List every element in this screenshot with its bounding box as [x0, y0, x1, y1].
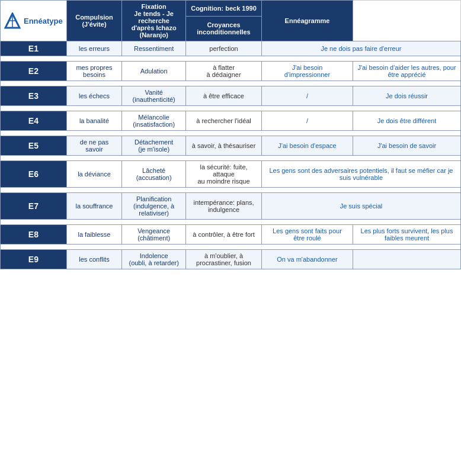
fixation-cell: Adulation [122, 62, 186, 81]
recherche-cell: à rechercher l'idéal [186, 111, 262, 131]
row-label: E6 [1, 161, 67, 188]
separator-row [1, 81, 461, 86]
table-row: E4la banalitéMélancolie(insatisfaction)à… [1, 111, 461, 131]
cognition-cell: / [261, 111, 353, 131]
compulsion-cell: les erreurs [66, 41, 121, 56]
logo-icon [4, 12, 21, 29]
fixation-cell: Détachement(je m'isole) [122, 136, 186, 156]
enneagramme-cell: J'ai besoin d'aider les autres, pour êtr… [353, 62, 461, 81]
table-row: E3les échecsVanité(inauthenticité)à être… [1, 86, 461, 106]
fixation-cell: Vengeance(châtiment) [122, 225, 186, 245]
fixation-header-line3: d'après Ichazo (Naranjo) [126, 24, 182, 38]
enneagramme-header-text: Ennéagramme [285, 17, 330, 24]
recherche-cell: la sécurité: fuite, attaqueau moindre ri… [186, 161, 262, 188]
cognition-cell: J'ai besoind'impressionner [261, 62, 353, 81]
fixation-cell: Indolence(oubli, à retarder) [122, 250, 186, 269]
row-label: E1 [1, 41, 67, 56]
row-label: E7 [1, 193, 67, 220]
fixation-header-line2: Je tends - Je recherche [126, 10, 182, 24]
recherche-cell: à m'oublier, àprocrastiner, fusion [186, 250, 262, 269]
fixation-cell: Planification(indulgence, àrelativiser) [122, 193, 186, 220]
separator-row [1, 131, 461, 136]
cognition-cell: / [261, 86, 353, 106]
croyances-subheader: Croyances inconditionnelles [186, 16, 262, 41]
compulsion-cell: les échecs [66, 86, 121, 106]
row-label: E5 [1, 136, 67, 156]
cognition-cell: Je ne dois pas faire d'erreur [261, 41, 460, 56]
table-row: E6la dévianceLâcheté(accusation)la sécur… [1, 161, 461, 188]
table-row: E2mes propresbesoinsAdulationà flatterà … [1, 62, 461, 81]
compulsion-cell: la banalité [66, 111, 121, 131]
logo-label: Ennéatype [24, 17, 63, 25]
separator-row [1, 56, 461, 62]
cognition-cell: Les gens sont des adversaires potentiels… [261, 161, 460, 188]
enneagramme-cell: Je dois être différent [353, 111, 461, 131]
cognition-cell: On va m'abandonner [261, 250, 353, 269]
fixation-cell: Mélancolie(insatisfaction) [122, 111, 186, 131]
table-row: E1les erreursRessentimentperfectionJe ne… [1, 41, 461, 56]
compulsion-cell: de ne passavoir [66, 136, 121, 156]
row-label: E8 [1, 225, 67, 245]
separator-row [1, 245, 461, 250]
recherche-cell: à flatterà dédaigner [186, 62, 262, 81]
fixation-cell: Vanité(inauthenticité) [122, 86, 186, 106]
logo-header: Ennéatype [1, 1, 67, 41]
compulsion-header: Compulsion (J'évite) [66, 1, 121, 41]
fixation-cell: Ressentiment [122, 41, 186, 56]
compulsion-cell: la déviance [66, 161, 121, 188]
recherche-cell: à savoir, à thésauriser [186, 136, 262, 156]
cognition-header: Cognition: beck 1990 [186, 1, 262, 17]
compulsion-header-line2: (J'évite) [71, 21, 118, 28]
table-row: E7la souffrancePlanification(indulgence,… [1, 193, 461, 220]
cognition-header-text: Cognition: beck 1990 [191, 5, 257, 12]
row-label: E9 [1, 250, 67, 269]
fixation-header: Fixation Je tends - Je recherche d'après… [122, 1, 186, 41]
row-label: E3 [1, 86, 67, 106]
table-row: E5de ne passavoirDétachement(je m'isole)… [1, 136, 461, 156]
separator-row [1, 156, 461, 161]
enneagramme-cell [353, 250, 461, 269]
compulsion-cell: la souffrance [66, 193, 121, 220]
recherche-cell: à contrôler, à être fort [186, 225, 262, 245]
cognition-cell: J'ai besoin d'espace [261, 136, 353, 156]
recherche-cell: intempérance: plans,indulgence [186, 193, 262, 220]
enneagram-table: Ennéatype Compulsion (J'évite) Fixation … [0, 0, 461, 269]
cognition-cell: Je suis spécial [261, 193, 460, 220]
recherche-cell: à être efficace [186, 86, 262, 106]
compulsion-cell: la faiblesse [66, 225, 121, 245]
separator-row [1, 220, 461, 225]
row-label: E4 [1, 111, 67, 131]
enneagramme-cell: J'ai besoin de savoir [353, 136, 461, 156]
enneagramme-cell: Les plus forts survivent, les plus faibl… [353, 225, 461, 245]
row-label: E2 [1, 62, 67, 81]
fixation-cell: Lâcheté(accusation) [122, 161, 186, 188]
compulsion-header-line1: Compulsion [71, 14, 118, 21]
cognition-cell: Les gens sont faits pourêtre roulé [261, 225, 353, 245]
enneagramme-header: Ennéagramme [261, 1, 353, 41]
recherche-cell: perfection [186, 41, 262, 56]
enneagramme-cell: Je dois réussir [353, 86, 461, 106]
fixation-header-line1: Fixation [126, 3, 182, 10]
croyances-text: Croyances inconditionnelles [197, 21, 250, 36]
separator-row [1, 188, 461, 193]
table-row: E9les conflitsIndolence(oubli, à retarde… [1, 250, 461, 269]
table-row: E8la faiblesseVengeance(châtiment)à cont… [1, 225, 461, 245]
compulsion-cell: les conflits [66, 250, 121, 269]
compulsion-cell: mes propresbesoins [66, 62, 121, 81]
separator-row [1, 106, 461, 111]
